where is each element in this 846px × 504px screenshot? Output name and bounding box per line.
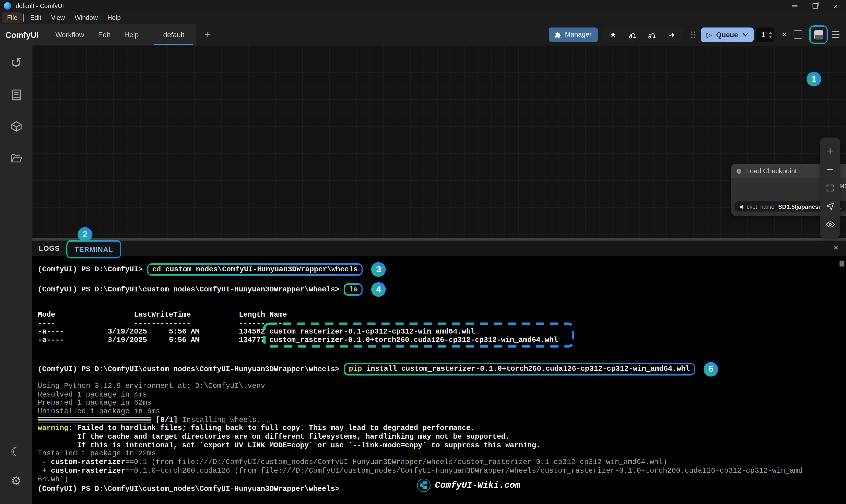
restore-button[interactable] (805, 0, 826, 12)
new-workflow-button[interactable]: + (197, 24, 218, 45)
settings-button[interactable]: ⚙ (5, 470, 27, 492)
package-name: custom-rasterizer (51, 458, 125, 466)
tab-default[interactable]: default (151, 24, 196, 45)
file-row-meta: -a---- 3/19/2025 5:56 AM 134777 (38, 336, 269, 344)
panel-resize-handle[interactable] (32, 238, 846, 241)
annotation-box-6: pip install custom_rasterizer-0.1.0+torc… (344, 363, 695, 375)
book-icon (10, 88, 22, 101)
edit-menu[interactable]: Edit (91, 31, 117, 38)
annotation-badge-3: 3 (372, 262, 386, 277)
main-area: ↺ ☾ ⚙ Load Checkpoint (0, 45, 846, 504)
queue-button[interactable]: ▷ Queue (701, 27, 754, 42)
manager-label: Manager (565, 31, 592, 38)
close-button[interactable]: × (826, 0, 846, 12)
progress-bar (38, 417, 151, 423)
sidebar-bottom: ☾ ⚙ (0, 442, 32, 500)
text-cursor (23, 14, 24, 22)
annotation-box-3: cd custom_nodes\ComfyUI-Hunyuan3DWrapper… (147, 263, 363, 275)
comfyui-logo-icon (4, 2, 12, 10)
comfyui-brand[interactable]: ComfyUI (5, 30, 39, 39)
cd-keyword: cd (152, 265, 161, 273)
package-detail: ==0.1 (from file:///D:/ComfyUI/custom_no… (125, 458, 667, 466)
queue-history-button[interactable]: ↺ (5, 52, 27, 73)
terminal-line: (ComfyUI) PS D:\ComfyUI\custom_nodes\Com… (38, 282, 842, 297)
annotation-box-1 (809, 25, 828, 44)
plus-sign: + (38, 467, 51, 474)
terminal-output[interactable]: (ComfyUI) PS D:\ComfyUI> cd custom_nodes… (32, 256, 846, 504)
fit-view-icon (826, 183, 834, 192)
zoom-in-button[interactable]: + (821, 142, 839, 160)
zoom-out-button[interactable]: − (821, 160, 839, 179)
node-collapse-dot[interactable] (736, 168, 741, 174)
cd-args: custom_nodes\ComfyUI-Hunyuan3DWrapper\wh… (161, 265, 358, 273)
terminal-scrollbar-thumb[interactable] (840, 260, 844, 267)
progress-count: [0/1] (156, 416, 182, 424)
share-arrow-icon (667, 30, 676, 39)
select-mode-button[interactable] (821, 197, 839, 215)
menu-window[interactable]: Window (70, 13, 103, 23)
watermark-text: ComfyUI-Wiki.com (435, 481, 520, 490)
bottom-panel-toggle-button[interactable] (814, 30, 823, 39)
spinner-down-icon[interactable] (769, 35, 772, 37)
eye-icon (825, 219, 835, 229)
file-row-name: custom_rasterizer-0.1-cp312-cp312-win_am… (269, 328, 475, 336)
pip-keyword: pip (349, 365, 362, 373)
puzzle-icon (554, 31, 561, 38)
prompt-text: (ComfyUI) PS D:\ComfyUI> (38, 266, 147, 273)
x-icon: × (782, 29, 787, 39)
minus-sign: - (38, 458, 51, 466)
minimize-button[interactable] (785, 0, 805, 12)
plus-icon: + (827, 145, 833, 157)
model-library-button[interactable] (5, 115, 27, 137)
panel-close-button[interactable]: × (833, 243, 839, 253)
pip-args: install custom_rasterizer-0.1.0+torch260… (362, 365, 690, 373)
comfyui-wiki-logo-icon (417, 479, 431, 492)
node-output-model[interactable]: MODEL (840, 182, 846, 189)
tab-terminal[interactable]: TERMINAL (68, 241, 120, 257)
menu-edit[interactable]: Edit (25, 13, 46, 23)
main-menu-button[interactable] (832, 32, 840, 38)
package-detail: ==0.1.0+torch260.cuda126 (from file:///D… (125, 467, 803, 474)
tab-default-label: default (163, 31, 184, 38)
uv-progress-line: [0/1] Installing wheels... (38, 416, 842, 424)
focus-mode-button[interactable] (794, 30, 803, 39)
quick-actions-group: ★ (601, 27, 683, 42)
help-menu[interactable]: Help (117, 31, 146, 38)
moon-icon: ☾ (11, 445, 22, 460)
drag-handle[interactable] (691, 31, 696, 38)
window-title: default - ComfyUI (16, 3, 64, 9)
titlebar: default - ComfyUI × (0, 0, 846, 12)
share-button[interactable] (662, 28, 681, 41)
tab-logs[interactable]: LOGS (39, 244, 60, 252)
workflow-menu[interactable]: Workflow (49, 31, 91, 38)
chevron-down-icon[interactable] (742, 32, 748, 37)
workflows-button[interactable] (5, 147, 27, 169)
star-button[interactable]: ★ (604, 28, 623, 41)
theme-toggle-button[interactable]: ☾ (5, 442, 27, 463)
menu-help[interactable]: Help (103, 13, 126, 23)
uv-env-line: Using Python 3.12.9 environment at: D:\C… (38, 382, 842, 391)
menubar: File Edit View Window Help (0, 12, 846, 24)
batch-count-input[interactable]: 1 (756, 27, 774, 42)
diff-added-line: + custom-rasterizer==0.1.0+torch260.cuda… (38, 467, 842, 475)
manager-button[interactable]: Manager (548, 27, 598, 42)
annotation-badge-6: 6 (704, 362, 718, 376)
prompt-text: (ComfyUI) PS D:\ComfyUI\custom_nodes\Com… (38, 365, 344, 373)
node-library-button[interactable] (5, 84, 27, 105)
panel-header: LOGS TERMINAL × (32, 241, 846, 256)
menu-file[interactable]: File (2, 13, 22, 23)
graph-canvas[interactable]: Load Checkpoint MODEL ◀ ckpt_name SD1.5\… (32, 45, 846, 238)
cancel-button[interactable]: × (782, 29, 787, 40)
spinner-up-icon[interactable] (769, 32, 772, 34)
file-row-name: custom_rasterizer-0.1.0+torch260.cuda126… (269, 336, 558, 344)
fit-view-button[interactable] (821, 179, 839, 197)
uv-prepared-line: Prepared 1 package in 62ms (38, 399, 842, 407)
menu-view[interactable]: View (46, 13, 70, 23)
restore-icon (813, 3, 818, 9)
combo-left-icon[interactable]: ◀ (739, 204, 743, 209)
vacuum-button-2[interactable] (642, 28, 662, 41)
canvas-view-toolbar: + − (820, 138, 840, 238)
toggle-visibility-button[interactable] (821, 215, 839, 234)
vacuum-button-1[interactable] (623, 28, 642, 41)
left-sidebar: ↺ ☾ ⚙ (0, 45, 32, 504)
